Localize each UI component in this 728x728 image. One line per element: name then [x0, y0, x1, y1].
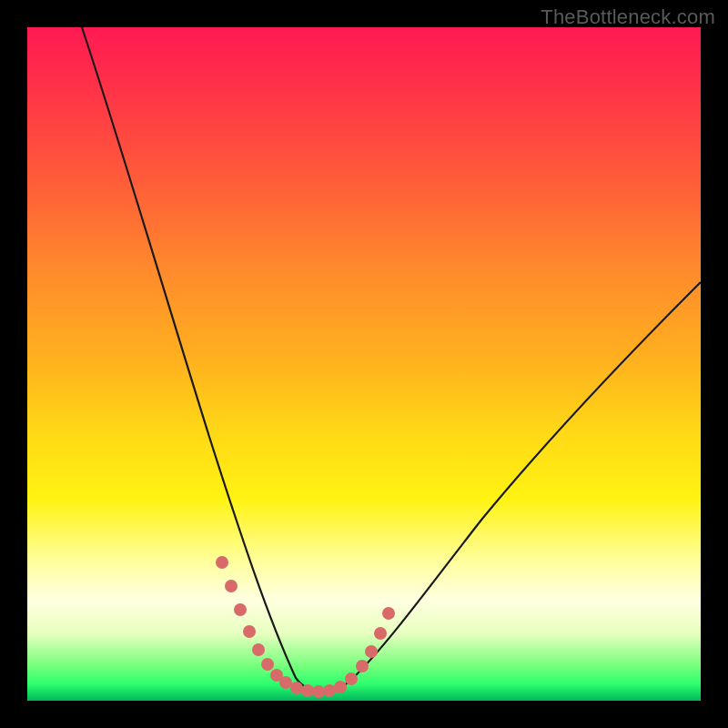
valley-dots-left — [216, 556, 292, 689]
watermark-text: TheBottleneck.com — [541, 5, 715, 29]
svg-point-14 — [356, 660, 369, 672]
svg-point-4 — [252, 643, 265, 656]
svg-point-5 — [261, 658, 274, 671]
svg-point-8 — [290, 682, 303, 694]
svg-point-2 — [234, 603, 247, 616]
svg-point-12 — [334, 681, 347, 693]
svg-point-7 — [279, 676, 292, 689]
valley-dots-bottom — [290, 681, 347, 698]
svg-point-0 — [216, 556, 228, 569]
svg-point-11 — [323, 684, 336, 697]
chart-frame: TheBottleneck.com — [0, 0, 728, 728]
valley-dots-right — [345, 607, 395, 685]
svg-point-10 — [312, 685, 325, 698]
curve-layer — [27, 27, 701, 701]
svg-point-9 — [301, 684, 314, 697]
svg-point-16 — [374, 627, 387, 640]
svg-point-3 — [243, 625, 256, 638]
bottleneck-curve — [82, 27, 701, 692]
svg-point-15 — [365, 645, 378, 658]
svg-point-17 — [382, 607, 395, 620]
svg-point-13 — [345, 672, 358, 685]
svg-point-1 — [225, 580, 238, 592]
